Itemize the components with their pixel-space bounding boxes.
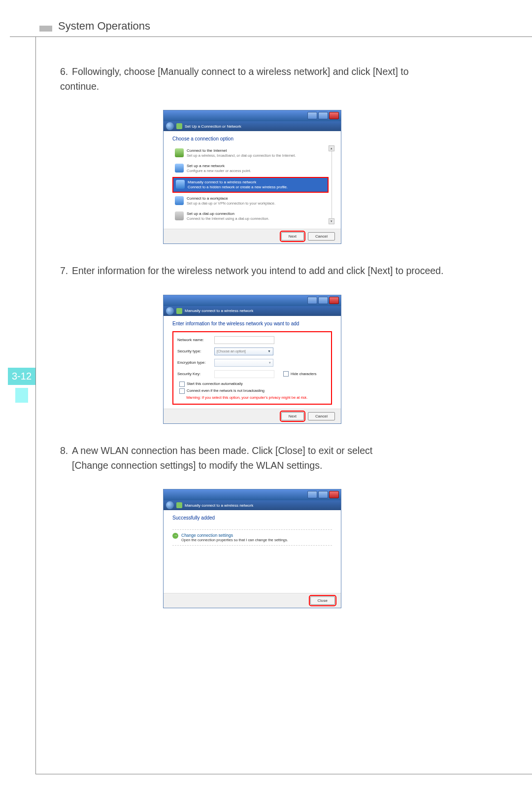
select-placeholder: [Choose an option] xyxy=(217,349,246,353)
option-manual-wireless[interactable]: Manually connect to a wireless networkCo… xyxy=(172,177,329,193)
options-list: ▴ Connect to the InternetSet up a wirele… xyxy=(172,146,332,223)
connect-hidden-checkbox[interactable] xyxy=(179,388,185,394)
option-workplace[interactable]: Connect to a workplaceSet up a dial-up o… xyxy=(172,194,329,208)
dialog-title: Choose a connection option xyxy=(172,136,332,141)
header-accent xyxy=(39,26,52,32)
dialog-title: Enter information for the wireless netwo… xyxy=(172,321,332,326)
label-connect-hidden: Connect even if the network is not broad… xyxy=(187,388,265,393)
breadcrumb-label: Manually connect to a wireless network xyxy=(185,503,253,508)
button-row: Next Cancel xyxy=(164,409,341,423)
dialog-manual-connect-form: Manually connect to a wireless network E… xyxy=(164,295,341,423)
maximize-button[interactable] xyxy=(318,297,328,304)
breadcrumb-bar: Manually connect to a wireless network xyxy=(164,306,341,316)
wireless-icon xyxy=(176,180,185,189)
label-security-type: Security type: xyxy=(177,349,214,353)
maximize-button[interactable] xyxy=(318,112,328,119)
close-button[interactable]: Close xyxy=(310,596,335,605)
change-connection-settings-link[interactable]: → Change connection settings Open the co… xyxy=(172,533,332,542)
chevron-down-icon: ▼ xyxy=(267,349,271,353)
option-title: Connect to a workplace xyxy=(187,196,228,201)
step-7: 7.Enter information for the wireless net… xyxy=(60,263,444,278)
step-text-cont: [Change connection settings] to modify t… xyxy=(72,458,444,473)
link-title: Change connection settings xyxy=(181,533,233,538)
form-highlight-box: Network name: Security type:[Choose an o… xyxy=(172,331,332,405)
back-icon[interactable] xyxy=(166,501,174,509)
label-network-name: Network name: xyxy=(177,338,214,342)
step-text: Followingly, choose [Manually connect to… xyxy=(60,66,409,92)
workplace-icon xyxy=(175,196,184,205)
arrow-icon: → xyxy=(172,533,178,539)
breadcrumb-label: Manually connect to a wireless network xyxy=(185,309,253,313)
breadcrumb-bar: Manually connect to a wireless network xyxy=(164,500,341,510)
page-header: System Operations xyxy=(58,20,150,33)
minimize-button[interactable] xyxy=(307,491,317,498)
network-name-input[interactable] xyxy=(214,336,274,344)
step-text: Enter information for the wireless netwo… xyxy=(72,265,443,276)
cancel-button[interactable]: Cancel xyxy=(308,412,335,420)
option-subtitle: Configure a new router or access point. xyxy=(187,169,251,173)
step-8: 8.A new WLAN connection has been made. C… xyxy=(60,443,444,473)
button-row: Close xyxy=(164,593,341,608)
breadcrumb-bar: Set Up a Connection or Network xyxy=(164,121,341,131)
titlebar[interactable] xyxy=(164,489,341,500)
option-subtitle: Connect to a hidden network or create a … xyxy=(188,185,288,189)
auto-connect-checkbox[interactable] xyxy=(179,382,185,387)
option-dialup[interactable]: Set up a dial-up connectionConnect to th… xyxy=(172,209,329,223)
dialog-title: Successfully added xyxy=(172,515,332,520)
step-number: 7. xyxy=(60,263,72,278)
titlebar[interactable] xyxy=(164,110,341,121)
dialup-icon xyxy=(175,211,184,220)
option-title: Connect to the Internet xyxy=(187,148,227,153)
dialog-set-up-connection: Set Up a Connection or Network Choose a … xyxy=(164,110,341,243)
label-auto-connect: Start this connection automatically xyxy=(187,382,243,386)
option-title: Set up a dial-up connection xyxy=(187,211,234,216)
security-type-select[interactable]: [Choose an option]▼ xyxy=(214,347,273,355)
scroll-down-button[interactable]: ▾ xyxy=(329,218,334,224)
page-number: 3-12 xyxy=(8,368,35,385)
minimize-button[interactable] xyxy=(307,297,317,304)
close-button[interactable] xyxy=(329,491,339,498)
minimize-button[interactable] xyxy=(307,112,317,119)
network-icon xyxy=(176,502,182,508)
close-button[interactable] xyxy=(329,112,339,119)
next-button[interactable]: Next xyxy=(281,232,304,241)
globe-icon xyxy=(175,148,184,157)
link-subtitle: Open the connection properties so that I… xyxy=(181,538,288,542)
back-icon[interactable] xyxy=(166,307,174,315)
label-hide-characters: Hide characters xyxy=(291,372,317,376)
encryption-type-select[interactable]: ▾ xyxy=(214,359,273,367)
option-title: Manually connect to a wireless network xyxy=(188,180,256,184)
label-security-key: Security Key: xyxy=(177,372,214,376)
step-text: A new WLAN connection has been made. Cli… xyxy=(72,445,372,456)
security-key-input[interactable] xyxy=(214,370,274,378)
dialog-success: Manually connect to a wireless network S… xyxy=(164,489,341,608)
warning-text: Warning: If you select this option, your… xyxy=(186,395,327,400)
option-subtitle: Set up a dial-up or VPN connection to yo… xyxy=(187,201,275,206)
network-icon xyxy=(176,308,182,314)
breadcrumb-label: Set Up a Connection or Network xyxy=(185,124,241,129)
step-6: 6.Followingly, choose [Manually connect … xyxy=(60,64,444,94)
close-button[interactable] xyxy=(329,297,339,304)
label-encryption-type: Encryption type: xyxy=(177,360,214,365)
option-new-network[interactable]: Set up a new networkConfigure a new rout… xyxy=(172,162,329,175)
option-title: Set up a new network xyxy=(187,164,225,168)
network-icon xyxy=(176,123,182,129)
option-subtitle: Connect to the Internet using a dial-up … xyxy=(187,216,269,221)
next-button[interactable]: Next xyxy=(281,412,304,420)
scroll-up-button[interactable]: ▴ xyxy=(329,145,334,151)
router-icon xyxy=(175,164,184,173)
page-number-sidebar: 3-12 xyxy=(8,312,35,457)
cancel-button[interactable]: Cancel xyxy=(308,232,335,241)
titlebar[interactable] xyxy=(164,295,341,306)
back-icon[interactable] xyxy=(166,122,174,130)
step-number: 6. xyxy=(60,64,72,79)
hide-characters-checkbox[interactable] xyxy=(283,371,289,377)
step-number: 8. xyxy=(60,443,72,458)
option-connect-internet[interactable]: Connect to the InternetSet up a wireless… xyxy=(172,146,329,160)
maximize-button[interactable] xyxy=(318,491,328,498)
button-row: Next Cancel xyxy=(164,229,341,243)
chevron-down-icon: ▾ xyxy=(269,361,271,365)
option-subtitle: Set up a wireless, broadband, or dial-up… xyxy=(187,153,296,158)
